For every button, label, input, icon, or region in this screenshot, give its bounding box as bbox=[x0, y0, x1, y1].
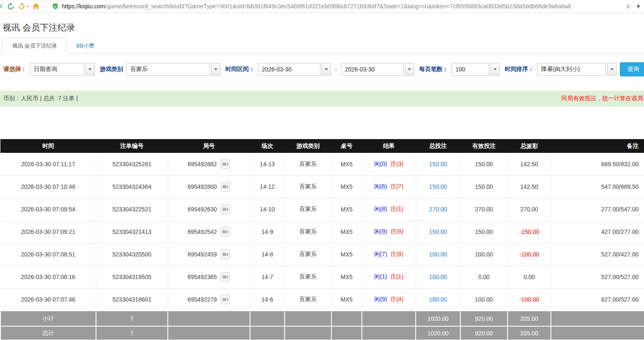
select-type-input[interactable] bbox=[30, 63, 84, 76]
filter-bar: 请选择： 游戏类别 时间区间： ~ 每页笔数： 时间排序： 查询 bbox=[0, 62, 644, 76]
url-suffix: 8: bbox=[626, 3, 631, 10]
video-replay-icon[interactable] bbox=[220, 227, 230, 237]
remark-value: 527.00/427.00 bbox=[601, 251, 639, 258]
cell-remark: 627.00/527.00 bbox=[551, 288, 644, 311]
bet-number: 523304325281 bbox=[112, 161, 151, 167]
cell-session: 14-7 bbox=[250, 266, 285, 288]
result-player: 闲(7) bbox=[374, 251, 387, 257]
tab-bb-tip[interactable]: BB小费 bbox=[67, 38, 104, 54]
cell-table-number: MX5 bbox=[331, 243, 362, 266]
table-number: MX5 bbox=[341, 206, 353, 213]
table-row: 2026-03-30 07:09:54 523304322521 6954926… bbox=[0, 198, 644, 221]
sort-order-input[interactable] bbox=[537, 63, 606, 76]
chevron-down-icon[interactable] bbox=[607, 63, 616, 76]
cell-game-type: 百家乐 bbox=[285, 288, 331, 311]
chevron-down-icon[interactable] bbox=[211, 63, 220, 76]
tab-betrecord[interactable]: 视讯 会员下注纪录 bbox=[3, 38, 67, 54]
cell-payout: 0.00 bbox=[508, 266, 551, 288]
chevron-down-icon[interactable] bbox=[86, 63, 95, 76]
result-banker: 庄(1) bbox=[390, 206, 403, 212]
page-size-label: 每页笔数： bbox=[419, 66, 448, 73]
cell-result: 闲(6) 庄(7) bbox=[362, 175, 416, 198]
lightning-icon[interactable] bbox=[634, 2, 642, 10]
table-row: 2026-03-30 07:11:17 523304325281 6954928… bbox=[0, 153, 644, 175]
tab-bar: 视讯 会员下注纪录 BB小费 bbox=[0, 39, 644, 54]
col-remark: 备注 bbox=[551, 139, 644, 153]
summary-empty-cell bbox=[250, 326, 285, 340]
security-shield-icon[interactable] bbox=[51, 2, 59, 10]
video-replay-icon[interactable] bbox=[220, 159, 230, 169]
search-button[interactable]: 查询 bbox=[620, 62, 644, 76]
date-to-input[interactable] bbox=[341, 63, 404, 76]
home-icon[interactable] bbox=[32, 2, 40, 10]
total-bet-link[interactable]: 150.00 bbox=[429, 161, 447, 167]
cell-table-number: MX5 bbox=[331, 288, 362, 311]
cell-session: 14-9 bbox=[250, 221, 285, 243]
date-to-combo bbox=[341, 63, 414, 76]
result-banker: 庄(3) bbox=[390, 160, 403, 167]
game-type: 百家乐 bbox=[299, 206, 317, 212]
summary-empty-cell bbox=[285, 326, 331, 340]
video-replay-icon[interactable] bbox=[220, 249, 230, 259]
bet-number: 523304324364 bbox=[112, 183, 151, 190]
game-type: 百家乐 bbox=[299, 228, 317, 235]
session-number: 14-12 bbox=[260, 183, 275, 190]
table-number: MX5 bbox=[341, 296, 353, 303]
cell-time: 2026-03-30 07:09:54 bbox=[0, 198, 96, 221]
bet-number: 523304320500 bbox=[112, 251, 151, 258]
summary-count: 7 bbox=[96, 311, 168, 326]
table-row: 2026-03-30 07:09:21 523304321413 6954925… bbox=[0, 221, 644, 243]
total-bet-link[interactable]: 100.00 bbox=[429, 274, 447, 280]
session-number: 14-13 bbox=[260, 161, 275, 167]
total-bet-link[interactable]: 150.00 bbox=[429, 183, 447, 190]
cell-payout: -150.00 bbox=[508, 221, 551, 243]
cell-session: 14-8 bbox=[250, 243, 285, 266]
cell-remark: 527.00/527.00 bbox=[551, 266, 644, 288]
total-bet-link[interactable]: 150.00 bbox=[429, 228, 447, 235]
date-from-input[interactable] bbox=[258, 63, 321, 76]
table-footer: 小计 7 1020.00 920.00 205.00 总计 7 1020.00 … bbox=[0, 311, 644, 340]
game-type: 百家乐 bbox=[299, 183, 317, 190]
valid-bet-value: 150.00 bbox=[475, 183, 493, 190]
select-type-label: 请选择： bbox=[3, 66, 27, 73]
sort-order-label: 时间排序： bbox=[505, 66, 534, 73]
cell-game-type: 百家乐 bbox=[285, 198, 331, 221]
summary-empty-cell bbox=[168, 311, 250, 326]
cell-total-bet: 270.00 bbox=[416, 198, 460, 221]
video-replay-icon[interactable] bbox=[220, 204, 230, 214]
refresh-icon[interactable] bbox=[6, 2, 15, 10]
payout-value: 270.00 bbox=[520, 206, 538, 213]
cell-table-number: MX5 bbox=[331, 266, 362, 288]
game-type: 百家乐 bbox=[299, 160, 317, 167]
video-replay-icon[interactable] bbox=[220, 294, 230, 304]
payout-value: -100.00 bbox=[519, 296, 539, 303]
page-size-input[interactable] bbox=[452, 63, 489, 76]
cell-bet-number: 523304320500 bbox=[96, 243, 168, 266]
game-type-input[interactable] bbox=[126, 63, 210, 76]
cell-total-bet: 150.00 bbox=[416, 153, 460, 175]
session-number: 14-7 bbox=[261, 274, 273, 280]
cell-round-number: 695492882 bbox=[168, 153, 250, 175]
total-bet-link[interactable]: 100.00 bbox=[429, 296, 447, 303]
undo-button[interactable] bbox=[18, 2, 29, 10]
total-bet-link[interactable]: 100.00 bbox=[429, 251, 447, 258]
url-bar[interactable]: https://kiqiiu.com/game/betrecord_search… bbox=[46, 1, 621, 12]
payout-value: 142.50 bbox=[520, 161, 538, 167]
col-payout: 总派彩 bbox=[508, 139, 551, 153]
video-replay-icon[interactable] bbox=[220, 182, 230, 192]
cell-table-number: MX5 bbox=[331, 153, 362, 175]
total-bet-link[interactable]: 270.00 bbox=[429, 206, 447, 213]
result-player: 闲(8) bbox=[374, 206, 387, 212]
table-body: 2026-03-30 07:11:17 523304325281 6954928… bbox=[0, 153, 644, 311]
bet-time: 2026-03-30 07:08:16 bbox=[21, 274, 75, 280]
round-number: 695492882 bbox=[187, 161, 217, 167]
video-replay-icon[interactable] bbox=[220, 272, 230, 282]
chevron-down-icon[interactable] bbox=[405, 63, 414, 76]
chevron-down-icon[interactable] bbox=[490, 63, 500, 76]
chevron-down-icon[interactable] bbox=[322, 63, 331, 76]
cell-remark: 427.00/277.00 bbox=[551, 221, 644, 243]
payout-value: 0.00 bbox=[523, 274, 535, 280]
cell-time: 2026-03-30 07:08:51 bbox=[0, 243, 96, 266]
back-icon[interactable] bbox=[0, 2, 3, 10]
remark-value: 689.50/832.00 bbox=[601, 161, 639, 167]
